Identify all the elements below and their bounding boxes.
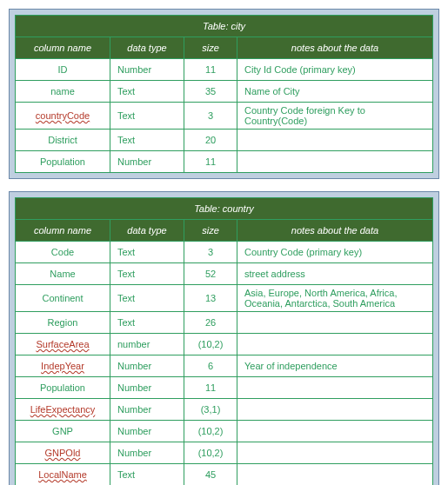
table-row: CodeText3Country Code (primary key) [16, 242, 433, 263]
table-row: NameText52street address [16, 263, 433, 285]
schema-table: Table: countrycolumn namedata typesizeno… [15, 197, 433, 485]
table-row: LifeExpectancyNumber(3,1) [16, 399, 433, 421]
cell-notes [237, 334, 433, 355]
cell-data-type: Text [110, 130, 184, 151]
cell-data-type: Text [110, 464, 184, 486]
cell-column-name: GNP [16, 421, 110, 442]
cell-notes: City Id Code (primary key) [237, 59, 433, 81]
cell-size: 3 [184, 242, 237, 263]
cell-size: 11 [184, 377, 237, 399]
table-row: IDNumber11City Id Code (primary key) [16, 59, 433, 81]
cell-column-name: ID [16, 59, 110, 81]
cell-size: 11 [184, 59, 237, 81]
cell-data-type: Text [110, 242, 184, 263]
cell-notes [237, 442, 433, 464]
cell-data-type: Number [110, 442, 184, 464]
cell-data-type: Text [110, 263, 184, 285]
cell-data-type: Number [110, 377, 184, 399]
cell-data-type: Text [110, 285, 184, 312]
cell-size: 20 [184, 130, 237, 151]
cell-notes [237, 399, 433, 421]
column-header: notes about the data [237, 220, 433, 242]
table-title: Table: city [16, 16, 433, 37]
column-header: data type [110, 37, 184, 59]
table-row: PopulationNumber11 [16, 151, 433, 173]
cell-data-type: Text [110, 81, 184, 103]
cell-column-name: SurfaceArea [16, 334, 110, 355]
column-header: column name [16, 220, 110, 242]
table-panel: Table: countrycolumn namedata typesizeno… [9, 191, 439, 485]
table-row: ContinentText13Asia, Europe, North Ameri… [16, 285, 433, 312]
table-row: IndepYearNumber6Year of independence [16, 355, 433, 377]
cell-notes [237, 151, 433, 173]
column-header: column name [16, 37, 110, 59]
table-row: GNPOldNumber(10,2) [16, 442, 433, 464]
cell-size: 52 [184, 263, 237, 285]
cell-data-type: Text [110, 103, 184, 130]
cell-size: 35 [184, 81, 237, 103]
cell-notes [237, 377, 433, 399]
cell-column-name: name [16, 81, 110, 103]
cell-column-name: GNPOld [16, 442, 110, 464]
cell-size: (10,2) [184, 334, 237, 355]
cell-column-name: IndepYear [16, 355, 110, 377]
column-header: size [184, 220, 237, 242]
cell-size: 6 [184, 355, 237, 377]
schema-table: Table: citycolumn namedata typesizenotes… [15, 15, 433, 173]
cell-column-name: LocalName [16, 464, 110, 486]
cell-notes: Asia, Europe, North America, Africa, Oce… [237, 285, 433, 312]
cell-column-name: Population [16, 377, 110, 399]
table-row: GNPNumber(10,2) [16, 421, 433, 442]
cell-notes: street address [237, 263, 433, 285]
cell-size: 3 [184, 103, 237, 130]
table-row: SurfaceAreanumber(10,2) [16, 334, 433, 355]
cell-data-type: number [110, 334, 184, 355]
cell-size: (10,2) [184, 442, 237, 464]
cell-column-name: LifeExpectancy [16, 399, 110, 421]
cell-notes: Country Code foreign Key to Country(Code… [237, 103, 433, 130]
cell-size: 13 [184, 285, 237, 312]
cell-size: 11 [184, 151, 237, 173]
cell-size: 26 [184, 312, 237, 334]
cell-column-name: Name [16, 263, 110, 285]
cell-size: 45 [184, 464, 237, 486]
table-row: PopulationNumber11 [16, 377, 433, 399]
cell-data-type: Number [110, 151, 184, 173]
cell-column-name: Continent [16, 285, 110, 312]
table-title: Table: country [16, 198, 433, 220]
table-row: nameText35Name of City [16, 81, 433, 103]
cell-notes: Year of independence [237, 355, 433, 377]
cell-data-type: Number [110, 59, 184, 81]
cell-notes: Name of City [237, 81, 433, 103]
table-row: DistrictText20 [16, 130, 433, 151]
cell-notes: Country Code (primary key) [237, 242, 433, 263]
column-header: notes about the data [237, 37, 433, 59]
cell-column-name: countryCode [16, 103, 110, 130]
cell-notes [237, 130, 433, 151]
cell-data-type: Text [110, 312, 184, 334]
column-header: size [184, 37, 237, 59]
cell-size: (10,2) [184, 421, 237, 442]
cell-notes [237, 464, 433, 486]
schema-doc: Table: citycolumn namedata typesizenotes… [9, 9, 439, 485]
table-panel: Table: citycolumn namedata typesizenotes… [9, 9, 439, 179]
table-row: LocalNameText45 [16, 464, 433, 486]
cell-column-name: Region [16, 312, 110, 334]
cell-size: (3,1) [184, 399, 237, 421]
table-row: countryCodeText3Country Code foreign Key… [16, 103, 433, 130]
cell-data-type: Number [110, 399, 184, 421]
cell-data-type: Number [110, 421, 184, 442]
table-row: RegionText26 [16, 312, 433, 334]
cell-column-name: Population [16, 151, 110, 173]
cell-column-name: District [16, 130, 110, 151]
cell-data-type: Number [110, 355, 184, 377]
cell-notes [237, 421, 433, 442]
column-header: data type [110, 220, 184, 242]
cell-notes [237, 312, 433, 334]
cell-column-name: Code [16, 242, 110, 263]
